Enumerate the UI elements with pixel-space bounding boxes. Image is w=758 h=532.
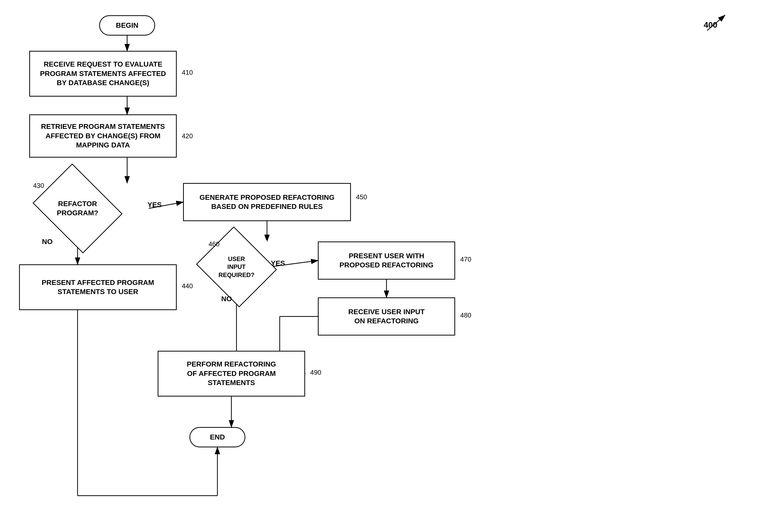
label-450: 450: [356, 193, 367, 201]
node-430: REFACTORPROGRAM?: [42, 181, 113, 236]
node-480-text: RECEIVE USER INPUTON REFACTORING: [348, 307, 425, 326]
node-420-text: RETRIEVE PROGRAM STATEMENTSAFFECTED BY C…: [41, 122, 165, 150]
end-label: END: [210, 433, 225, 442]
node-460: USERINPUTREQUIRED?: [206, 240, 267, 294]
figure-arrow-svg: [702, 13, 733, 33]
node-460-text: USERINPUTREQUIRED?: [219, 255, 254, 279]
label-440: 440: [182, 282, 193, 290]
node-410-text: RECEIVE REQUEST TO EVALUATEPROGRAM STATE…: [40, 60, 166, 87]
node-450: GENERATE PROPOSED REFACTORINGBASED ON PR…: [183, 183, 351, 221]
node-420: RETRIEVE PROGRAM STATEMENTSAFFECTED BY C…: [29, 115, 177, 158]
node-410: RECEIVE REQUEST TO EVALUATEPROGRAM STATE…: [29, 51, 177, 97]
node-480: RECEIVE USER INPUTON REFACTORING: [318, 297, 455, 336]
no-430-label: NO: [42, 238, 52, 246]
node-430-text: REFACTORPROGRAM?: [57, 199, 98, 218]
label-410: 410: [182, 69, 193, 77]
label-490: 490: [310, 369, 321, 377]
yes-430-label: YES: [148, 201, 162, 209]
figure-arrow: [707, 15, 725, 30]
label-430: 430: [33, 182, 44, 190]
label-460: 460: [209, 240, 220, 248]
diagram-container: BEGIN RECEIVE REQUEST TO EVALUATEPROGRAM…: [0, 0, 758, 532]
yes-460-label: YES: [271, 259, 285, 267]
node-490: PERFORM REFACTORINGOF AFFECTED PROGRAMST…: [158, 351, 305, 396]
begin-node: BEGIN: [99, 15, 155, 36]
label-470: 470: [460, 255, 471, 263]
node-440: PRESENT AFFECTED PROGRAMSTATEMENTS TO US…: [19, 264, 177, 310]
begin-label: BEGIN: [116, 21, 139, 30]
node-470: PRESENT USER WITHPROPOSED REFACTORING: [318, 242, 455, 280]
node-470-text: PRESENT USER WITHPROPOSED REFACTORING: [339, 251, 433, 270]
node-490-text: PERFORM REFACTORINGOF AFFECTED PROGRAMST…: [187, 360, 276, 387]
node-440-text: PRESENT AFFECTED PROGRAMSTATEMENTS TO US…: [42, 278, 154, 297]
node-450-text: GENERATE PROPOSED REFACTORINGBASED ON PR…: [199, 193, 334, 212]
end-node: END: [190, 427, 245, 448]
label-480: 480: [460, 311, 471, 319]
label-420: 420: [182, 132, 193, 140]
no-460-label: NO: [221, 295, 232, 303]
